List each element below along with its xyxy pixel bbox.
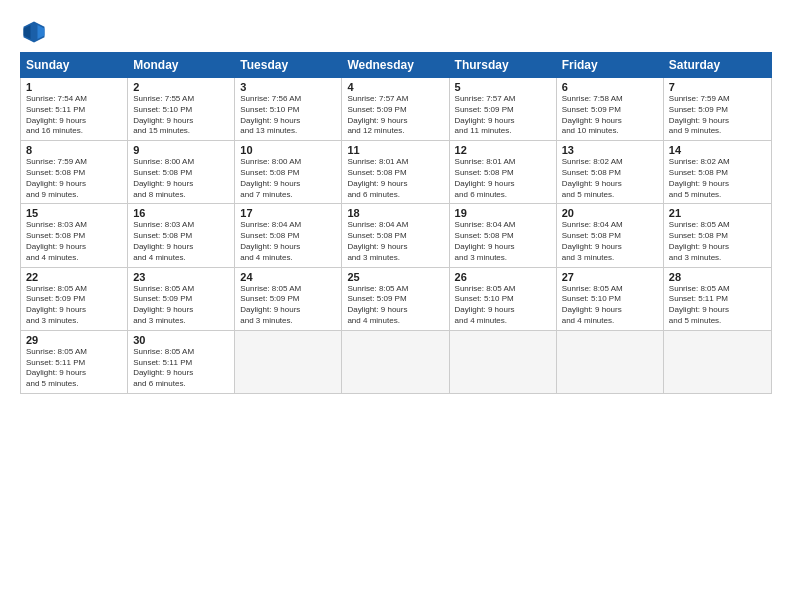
- day-number: 1: [26, 81, 122, 93]
- day-info: Sunrise: 8:03 AMSunset: 5:08 PMDaylight:…: [133, 220, 229, 263]
- day-number: 24: [240, 271, 336, 283]
- day-number: 10: [240, 144, 336, 156]
- calendar-cell: 7Sunrise: 7:59 AMSunset: 5:09 PMDaylight…: [664, 78, 771, 140]
- calendar-cell: 25Sunrise: 8:05 AMSunset: 5:09 PMDayligh…: [342, 268, 449, 330]
- day-info: Sunrise: 8:03 AMSunset: 5:08 PMDaylight:…: [26, 220, 122, 263]
- day-info: Sunrise: 7:58 AMSunset: 5:09 PMDaylight:…: [562, 94, 658, 137]
- day-number: 25: [347, 271, 443, 283]
- day-number: 6: [562, 81, 658, 93]
- calendar-row-4: 29Sunrise: 8:05 AMSunset: 5:11 PMDayligh…: [21, 331, 771, 393]
- calendar-row-0: 1Sunrise: 7:54 AMSunset: 5:11 PMDaylight…: [21, 78, 771, 141]
- calendar-cell: 3Sunrise: 7:56 AMSunset: 5:10 PMDaylight…: [235, 78, 342, 140]
- calendar-body: 1Sunrise: 7:54 AMSunset: 5:11 PMDaylight…: [20, 78, 772, 394]
- day-number: 20: [562, 207, 658, 219]
- day-info: Sunrise: 8:05 AMSunset: 5:11 PMDaylight:…: [669, 284, 766, 327]
- day-number: 22: [26, 271, 122, 283]
- day-info: Sunrise: 8:05 AMSunset: 5:09 PMDaylight:…: [347, 284, 443, 327]
- calendar-cell: 19Sunrise: 8:04 AMSunset: 5:08 PMDayligh…: [450, 204, 557, 266]
- day-number: 9: [133, 144, 229, 156]
- day-info: Sunrise: 8:04 AMSunset: 5:08 PMDaylight:…: [240, 220, 336, 263]
- day-info: Sunrise: 8:04 AMSunset: 5:08 PMDaylight:…: [455, 220, 551, 263]
- calendar-cell: 30Sunrise: 8:05 AMSunset: 5:11 PMDayligh…: [128, 331, 235, 393]
- day-number: 28: [669, 271, 766, 283]
- calendar-cell: 2Sunrise: 7:55 AMSunset: 5:10 PMDaylight…: [128, 78, 235, 140]
- day-info: Sunrise: 8:05 AMSunset: 5:10 PMDaylight:…: [562, 284, 658, 327]
- day-info: Sunrise: 8:05 AMSunset: 5:11 PMDaylight:…: [26, 347, 122, 390]
- calendar-cell: 15Sunrise: 8:03 AMSunset: 5:08 PMDayligh…: [21, 204, 128, 266]
- calendar-cell: 20Sunrise: 8:04 AMSunset: 5:08 PMDayligh…: [557, 204, 664, 266]
- calendar-row-2: 15Sunrise: 8:03 AMSunset: 5:08 PMDayligh…: [21, 204, 771, 267]
- calendar-cell: 22Sunrise: 8:05 AMSunset: 5:09 PMDayligh…: [21, 268, 128, 330]
- day-number: 11: [347, 144, 443, 156]
- calendar-header: SundayMondayTuesdayWednesdayThursdayFrid…: [20, 52, 772, 78]
- day-info: Sunrise: 8:01 AMSunset: 5:08 PMDaylight:…: [455, 157, 551, 200]
- calendar-cell: 17Sunrise: 8:04 AMSunset: 5:08 PMDayligh…: [235, 204, 342, 266]
- calendar-cell: 6Sunrise: 7:58 AMSunset: 5:09 PMDaylight…: [557, 78, 664, 140]
- calendar-row-1: 8Sunrise: 7:59 AMSunset: 5:08 PMDaylight…: [21, 141, 771, 204]
- header-day-saturday: Saturday: [664, 53, 771, 77]
- day-number: 30: [133, 334, 229, 346]
- day-info: Sunrise: 8:01 AMSunset: 5:08 PMDaylight:…: [347, 157, 443, 200]
- day-info: Sunrise: 7:54 AMSunset: 5:11 PMDaylight:…: [26, 94, 122, 137]
- day-number: 14: [669, 144, 766, 156]
- calendar-cell: 23Sunrise: 8:05 AMSunset: 5:09 PMDayligh…: [128, 268, 235, 330]
- day-number: 4: [347, 81, 443, 93]
- day-number: 12: [455, 144, 551, 156]
- calendar-cell: 9Sunrise: 8:00 AMSunset: 5:08 PMDaylight…: [128, 141, 235, 203]
- logo: [20, 18, 52, 46]
- header-day-sunday: Sunday: [21, 53, 128, 77]
- day-info: Sunrise: 7:59 AMSunset: 5:08 PMDaylight:…: [26, 157, 122, 200]
- header: [20, 18, 772, 46]
- day-info: Sunrise: 8:05 AMSunset: 5:11 PMDaylight:…: [133, 347, 229, 390]
- header-day-friday: Friday: [557, 53, 664, 77]
- calendar-row-3: 22Sunrise: 8:05 AMSunset: 5:09 PMDayligh…: [21, 268, 771, 331]
- day-number: 13: [562, 144, 658, 156]
- day-info: Sunrise: 7:57 AMSunset: 5:09 PMDaylight:…: [455, 94, 551, 137]
- day-info: Sunrise: 8:04 AMSunset: 5:08 PMDaylight:…: [562, 220, 658, 263]
- day-info: Sunrise: 7:55 AMSunset: 5:10 PMDaylight:…: [133, 94, 229, 137]
- day-number: 15: [26, 207, 122, 219]
- day-number: 27: [562, 271, 658, 283]
- calendar-cell: 24Sunrise: 8:05 AMSunset: 5:09 PMDayligh…: [235, 268, 342, 330]
- calendar-cell: 5Sunrise: 7:57 AMSunset: 5:09 PMDaylight…: [450, 78, 557, 140]
- calendar-cell: 8Sunrise: 7:59 AMSunset: 5:08 PMDaylight…: [21, 141, 128, 203]
- calendar-cell: 29Sunrise: 8:05 AMSunset: 5:11 PMDayligh…: [21, 331, 128, 393]
- day-number: 18: [347, 207, 443, 219]
- calendar-cell: 10Sunrise: 8:00 AMSunset: 5:08 PMDayligh…: [235, 141, 342, 203]
- calendar-cell: 18Sunrise: 8:04 AMSunset: 5:08 PMDayligh…: [342, 204, 449, 266]
- day-info: Sunrise: 7:59 AMSunset: 5:09 PMDaylight:…: [669, 94, 766, 137]
- page: SundayMondayTuesdayWednesdayThursdayFrid…: [0, 0, 792, 612]
- calendar: SundayMondayTuesdayWednesdayThursdayFrid…: [20, 52, 772, 598]
- calendar-cell: [450, 331, 557, 393]
- day-number: 21: [669, 207, 766, 219]
- day-number: 2: [133, 81, 229, 93]
- calendar-cell: 14Sunrise: 8:02 AMSunset: 5:08 PMDayligh…: [664, 141, 771, 203]
- day-info: Sunrise: 8:00 AMSunset: 5:08 PMDaylight:…: [133, 157, 229, 200]
- day-number: 26: [455, 271, 551, 283]
- header-day-wednesday: Wednesday: [342, 53, 449, 77]
- day-number: 5: [455, 81, 551, 93]
- day-number: 7: [669, 81, 766, 93]
- calendar-cell: [664, 331, 771, 393]
- day-info: Sunrise: 8:02 AMSunset: 5:08 PMDaylight:…: [669, 157, 766, 200]
- header-day-thursday: Thursday: [450, 53, 557, 77]
- day-info: Sunrise: 8:05 AMSunset: 5:09 PMDaylight:…: [240, 284, 336, 327]
- day-number: 3: [240, 81, 336, 93]
- calendar-cell: 26Sunrise: 8:05 AMSunset: 5:10 PMDayligh…: [450, 268, 557, 330]
- calendar-cell: 27Sunrise: 8:05 AMSunset: 5:10 PMDayligh…: [557, 268, 664, 330]
- day-info: Sunrise: 8:05 AMSunset: 5:10 PMDaylight:…: [455, 284, 551, 327]
- day-number: 16: [133, 207, 229, 219]
- day-info: Sunrise: 7:57 AMSunset: 5:09 PMDaylight:…: [347, 94, 443, 137]
- logo-icon: [20, 18, 48, 46]
- calendar-cell: 16Sunrise: 8:03 AMSunset: 5:08 PMDayligh…: [128, 204, 235, 266]
- day-info: Sunrise: 8:05 AMSunset: 5:09 PMDaylight:…: [133, 284, 229, 327]
- day-number: 17: [240, 207, 336, 219]
- day-info: Sunrise: 8:02 AMSunset: 5:08 PMDaylight:…: [562, 157, 658, 200]
- calendar-cell: 4Sunrise: 7:57 AMSunset: 5:09 PMDaylight…: [342, 78, 449, 140]
- calendar-cell: 12Sunrise: 8:01 AMSunset: 5:08 PMDayligh…: [450, 141, 557, 203]
- calendar-cell: [235, 331, 342, 393]
- calendar-cell: [342, 331, 449, 393]
- calendar-cell: 1Sunrise: 7:54 AMSunset: 5:11 PMDaylight…: [21, 78, 128, 140]
- calendar-cell: 11Sunrise: 8:01 AMSunset: 5:08 PMDayligh…: [342, 141, 449, 203]
- day-number: 19: [455, 207, 551, 219]
